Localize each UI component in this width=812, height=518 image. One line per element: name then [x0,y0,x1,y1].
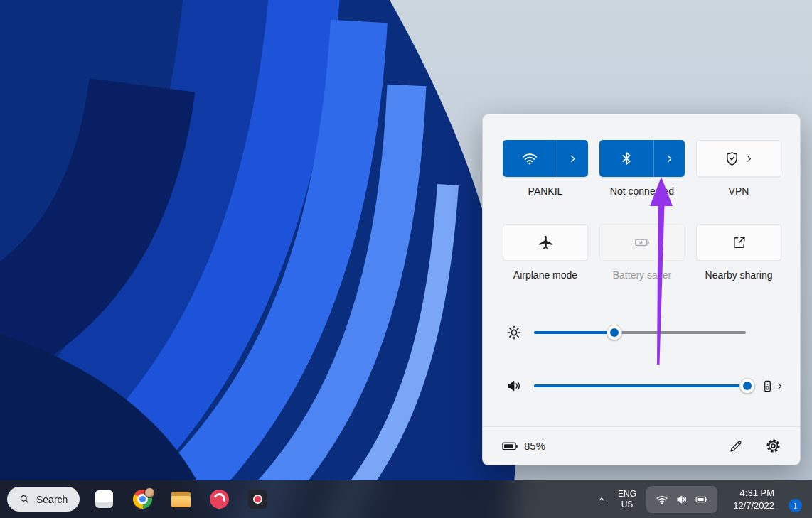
battery-saver-tile: Battery saver [599,224,685,281]
vpn-label: VPN [729,185,749,197]
dark-app-icon[interactable] [243,485,272,514]
tray-clock[interactable]: 4:31 PM 12/7/2022 [722,487,777,512]
wifi-tile: PANKIL [503,140,588,197]
profile-avatar [144,487,155,498]
red-app-icon[interactable] [205,485,233,514]
volume-slider-fill [534,384,747,387]
nearby-sharing-button[interactable] [696,224,781,261]
battery-saver-label: Battery saver [613,269,671,281]
volume-icon [506,377,523,394]
chevron-right-icon [744,154,754,163]
quick-settings-tray-button[interactable] [646,486,717,513]
brightness-icon [506,324,523,341]
notification-badge[interactable]: 1 [789,499,802,512]
screen: PANKIL Not connected [0,0,812,518]
shield-icon [724,151,740,167]
quick-settings-panel: PANKIL Not connected [482,114,801,465]
search-icon [19,494,30,504]
app-window-icon[interactable] [90,485,118,514]
vpn-tile: VPN [696,140,781,197]
battery-icon [501,438,518,455]
airplane-mode-button[interactable] [503,224,588,261]
volume-slider[interactable] [534,384,754,387]
audio-output-icon [762,380,773,392]
airplane-mode-tile: Airplane mode [503,224,588,281]
chevron-right-icon [567,153,578,164]
wifi-expand-button[interactable] [557,140,588,177]
file-explorer-app-icon[interactable] [166,485,195,514]
bluetooth-toggle-button[interactable] [599,140,653,177]
taskbar: Search ENG US [0,480,812,518]
system-tray: ENG US [591,480,812,518]
quick-settings-footer: 85% [483,426,800,465]
battery-tray-icon [695,493,708,506]
chrome-app-icon[interactable] [128,485,156,514]
volume-slider-thumb[interactable] [739,378,755,394]
share-icon [731,234,747,251]
brightness-slider-fill [534,331,614,334]
wifi-label: PANKIL [528,185,563,197]
search-box[interactable]: Search [7,487,80,512]
nearby-sharing-label: Nearby sharing [705,269,773,281]
chevron-right-icon [775,382,784,391]
show-hidden-icons-button[interactable] [591,495,612,504]
chevron-up-icon [597,495,607,504]
brightness-slider[interactable] [534,331,746,334]
settings-button[interactable] [765,438,781,454]
airplane-mode-label: Airplane mode [513,269,577,281]
chevron-right-icon [664,153,675,164]
language-line2: US [618,500,636,510]
airplane-icon [538,234,554,251]
audio-output-picker-button[interactable] [762,380,784,392]
language-line1: ENG [618,489,636,500]
bluetooth-icon [619,151,634,166]
brightness-slider-thumb[interactable] [607,325,622,340]
tray-time: 4:31 PM [725,487,774,500]
pencil-icon [728,438,744,454]
brightness-row [506,324,746,341]
search-label: Search [36,494,68,505]
edit-quick-settings-button[interactable] [728,438,744,454]
wifi-icon [521,150,538,167]
tray-date: 12/7/2022 [725,500,774,512]
wifi-tray-icon [656,493,668,506]
battery-saver-button [599,224,685,261]
taskbar-apps [90,485,272,514]
vpn-button[interactable] [696,140,781,177]
language-indicator[interactable]: ENG US [612,489,642,510]
bluetooth-tile: Not connected [599,140,685,197]
notification-count: 1 [793,502,797,510]
bluetooth-expand-button[interactable] [653,140,685,177]
battery-saver-icon [634,234,651,251]
nearby-sharing-tile: Nearby sharing [696,224,781,281]
volume-tray-icon [675,493,688,506]
wifi-toggle-button[interactable] [503,140,557,177]
battery-status: 85% [501,438,545,455]
bluetooth-label: Not connected [610,185,674,197]
volume-row [506,377,784,394]
battery-percent: 85% [524,440,545,452]
gear-icon [765,438,781,454]
quick-settings-tiles: PANKIL Not connected [503,140,781,281]
